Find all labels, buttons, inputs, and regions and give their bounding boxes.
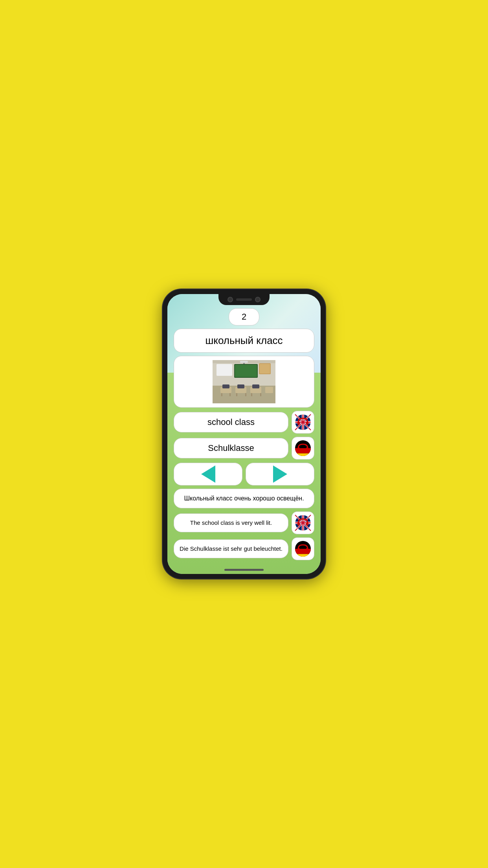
svg-rect-35 (306, 421, 308, 425)
next-button[interactable] (246, 463, 314, 485)
card-number: 2 (242, 312, 246, 322)
svg-rect-41 (306, 447, 308, 451)
german-headphone-icon (294, 440, 312, 457)
english-translation-text: school class (207, 417, 255, 427)
german-translation-row: Schulklasse (174, 437, 314, 460)
english-headphone-icon (294, 414, 312, 431)
english-translation-row: school class (174, 411, 314, 434)
english-sentence-audio-button[interactable] (292, 511, 314, 534)
svg-rect-18 (260, 393, 261, 396)
german-sentence-card: Die Schulklasse ist sehr gut beleuchtet. (174, 539, 288, 559)
svg-rect-4 (235, 365, 257, 377)
english-audio-button[interactable] (292, 411, 314, 434)
svg-rect-53 (306, 522, 308, 526)
home-indicator (224, 569, 264, 571)
earpiece-speaker (236, 298, 252, 301)
svg-rect-58 (297, 548, 300, 552)
russian-sentence-card: Школьный класс очень хорошо освещён. (174, 489, 314, 508)
russian-word: школьный класс (205, 335, 283, 346)
svg-rect-52 (297, 522, 300, 526)
english-translation-card: school class (174, 412, 288, 432)
svg-rect-59 (306, 548, 308, 552)
phone-notch (218, 294, 270, 305)
svg-rect-17 (251, 393, 252, 396)
svg-rect-34 (297, 421, 300, 425)
number-card: 2 (229, 308, 259, 326)
image-card (174, 356, 314, 408)
svg-rect-7 (216, 364, 232, 376)
svg-rect-40 (297, 447, 300, 451)
svg-rect-39 (295, 453, 311, 457)
russian-sentence-text: Школьный класс очень хорошо освещён. (184, 495, 304, 502)
german-sentence-audio-button[interactable] (292, 537, 314, 560)
svg-rect-22 (240, 361, 248, 363)
german-sentence-row: Die Schulklasse ist sehr gut beleuchtet. (174, 537, 314, 560)
english-sentence-headphone-icon (294, 514, 312, 531)
svg-rect-21 (252, 384, 259, 388)
english-sentence-text: The school class is very well lit. (190, 519, 272, 526)
arrow-left-icon (201, 465, 215, 483)
svg-rect-14 (229, 393, 231, 396)
russian-word-card: школьный класс (174, 329, 314, 353)
german-audio-button[interactable] (292, 437, 314, 460)
german-translation-card: Schulklasse (174, 438, 288, 458)
svg-rect-20 (237, 384, 244, 388)
classroom-illustration (213, 360, 275, 403)
svg-rect-57 (295, 554, 311, 557)
main-content: 2 школьный класс (167, 294, 321, 574)
svg-rect-6 (260, 364, 270, 373)
phone-frame: 2 школьный класс (163, 289, 325, 579)
svg-rect-19 (222, 384, 229, 388)
front-camera-2 (255, 297, 261, 302)
svg-rect-12 (265, 387, 273, 393)
phone-screen: 2 школьный класс (167, 294, 321, 574)
svg-rect-23 (243, 363, 245, 364)
front-camera (227, 297, 233, 302)
english-sentence-row: The school class is very well lit. (174, 511, 314, 534)
german-sentence-headphone-icon (294, 540, 312, 557)
svg-rect-13 (221, 393, 222, 396)
english-sentence-card: The school class is very well lit. (174, 513, 288, 533)
navigation-row (174, 463, 314, 485)
previous-button[interactable] (174, 463, 242, 485)
german-sentence-text: Die Schulklasse ist sehr gut beleuchtet. (180, 545, 283, 552)
german-translation-text: Schulklasse (208, 443, 254, 453)
svg-rect-15 (236, 393, 237, 396)
svg-rect-16 (245, 393, 246, 396)
arrow-right-icon (273, 465, 287, 483)
